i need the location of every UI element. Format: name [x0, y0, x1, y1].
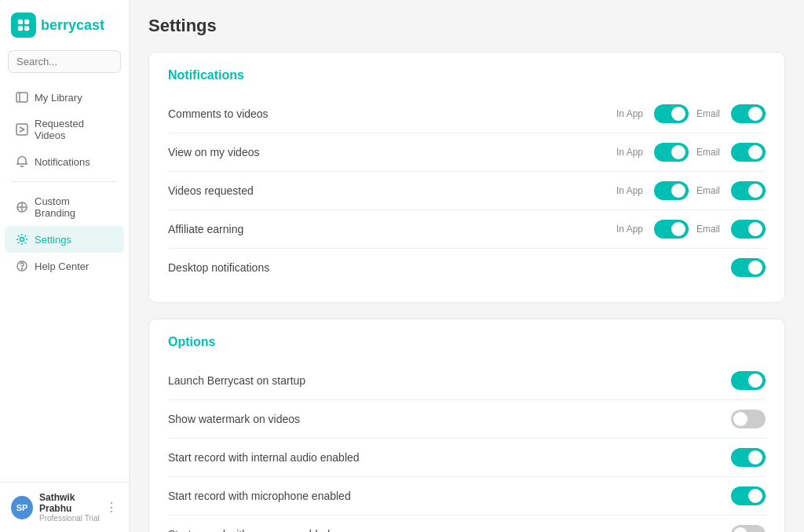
library-icon: [16, 91, 28, 104]
setting-row-launch: Launch Berrycast on startup ✓: [168, 362, 766, 400]
sidebar-item-notifications[interactable]: Notifications: [5, 148, 124, 175]
svg-rect-1: [24, 20, 29, 24]
sidebar-item-label: Notifications: [35, 156, 90, 168]
branding-icon: [16, 201, 28, 213]
in-app-toggle-view[interactable]: ✓: [654, 143, 689, 162]
setting-row-videos-requested: Videos requested In App ✓ Email ✓: [168, 172, 766, 210]
more-button[interactable]: ⋮: [105, 500, 118, 515]
sidebar-item-label: Help Center: [35, 261, 89, 272]
in-app-toggle-comments[interactable]: ✓: [654, 104, 689, 123]
email-toggle-view[interactable]: ✓: [731, 143, 766, 162]
help-icon: [16, 260, 28, 272]
sidebar-nav: My Library Requested Videos Notification…: [0, 81, 129, 482]
in-app-label: In App: [616, 108, 643, 119]
email-label: Email: [696, 185, 720, 196]
svg-rect-2: [18, 26, 23, 31]
logo-icon: [11, 13, 36, 38]
setting-label: Comments to videos: [168, 107, 616, 120]
toggle-group: In App ✓ Email ✓: [616, 104, 766, 123]
sidebar-item-label: My Library: [35, 92, 82, 104]
toggle-microphone[interactable]: ✓: [731, 486, 766, 505]
main-content: Settings Notifications Comments to video…: [130, 0, 804, 532]
toggle-group: In App ✓ Email ✓: [616, 143, 766, 162]
sidebar-item-custom-branding[interactable]: Custom Branding: [5, 188, 124, 226]
user-details: Sathwik Prabhu Professional Trial: [39, 492, 105, 523]
svg-rect-3: [24, 26, 29, 31]
setting-row-view: View on my videos In App ✓ Email ✓: [168, 133, 766, 172]
setting-label: Start record with internal audio enabled: [168, 451, 731, 464]
email-label: Email: [696, 147, 720, 158]
avatar: SP: [11, 496, 33, 519]
sidebar-footer: SP Sathwik Prabhu Professional Trial ⋮: [0, 482, 129, 532]
setting-label: Videos requested: [168, 184, 616, 197]
search-input[interactable]: [8, 50, 121, 73]
toggle-launch[interactable]: ✓: [731, 371, 766, 390]
toggle-camera[interactable]: ✓: [731, 525, 766, 532]
setting-label: Desktop notifications: [168, 261, 731, 274]
sidebar-item-my-library[interactable]: My Library: [5, 84, 124, 111]
svg-point-14: [22, 268, 23, 269]
toggle-group: ✓: [731, 258, 766, 277]
svg-rect-0: [18, 20, 23, 24]
setting-label: Start record with camera enabled: [168, 528, 731, 532]
in-app-toggle-videos-requested[interactable]: ✓: [654, 181, 689, 200]
setting-row-camera: Start record with camera enabled ✓: [168, 516, 766, 532]
settings-icon: [16, 233, 28, 246]
svg-rect-6: [16, 124, 27, 135]
user-role: Professional Trial: [39, 514, 105, 523]
page-title: Settings: [148, 16, 785, 36]
setting-row-internal-audio: Start record with internal audio enabled…: [168, 439, 766, 477]
sidebar-divider: [11, 181, 118, 182]
sidebar-item-label: Requested Videos: [35, 118, 113, 141]
sidebar-item-label: Settings: [35, 234, 71, 246]
setting-label: View on my videos: [168, 146, 616, 159]
logo: berrycast: [0, 0, 129, 50]
email-toggle-comments[interactable]: ✓: [731, 104, 766, 123]
setting-label: Launch Berrycast on startup: [168, 374, 731, 387]
bell-icon: [16, 155, 28, 168]
setting-label: Start record with microphone enabled: [168, 490, 731, 502]
setting-row-comments: Comments to videos In App ✓ Email ✓: [168, 95, 766, 133]
svg-rect-4: [16, 93, 27, 102]
email-toggle-affiliate[interactable]: ✓: [731, 220, 766, 239]
setting-row-desktop-notifications: Desktop notifications ✓: [168, 249, 766, 286]
setting-label: Affiliate earning: [168, 223, 616, 235]
notifications-card: Notifications Comments to videos In App …: [148, 52, 785, 303]
in-app-label: In App: [616, 147, 643, 158]
email-label: Email: [696, 108, 720, 119]
options-card: Options Launch Berrycast on startup ✓ Sh…: [148, 319, 785, 532]
options-title: Options: [168, 335, 766, 349]
requested-icon: [16, 123, 28, 136]
setting-label: Show watermark on videos: [168, 413, 731, 425]
setting-row-affiliate: Affiliate earning In App ✓ Email ✓: [168, 210, 766, 249]
setting-row-watermark: Show watermark on videos ✓: [168, 400, 766, 439]
toggle-internal-audio[interactable]: ✓: [731, 448, 766, 467]
email-toggle-videos-requested[interactable]: ✓: [731, 181, 766, 200]
toggle-watermark[interactable]: ✓: [731, 410, 766, 428]
email-label: Email: [696, 224, 720, 235]
in-app-label: In App: [616, 224, 643, 235]
svg-point-12: [20, 238, 24, 242]
logo-text: berrycast: [41, 17, 104, 34]
toggle-desktop-notifications[interactable]: ✓: [731, 258, 766, 277]
toggle-group: In App ✓ Email ✓: [616, 181, 766, 200]
in-app-toggle-affiliate[interactable]: ✓: [654, 220, 689, 239]
notifications-title: Notifications: [168, 68, 766, 82]
sidebar-item-requested-videos[interactable]: Requested Videos: [5, 111, 124, 148]
sidebar-item-label: Custom Branding: [35, 195, 113, 219]
in-app-label: In App: [616, 185, 643, 196]
svg-line-7: [20, 127, 24, 129]
sidebar-item-settings[interactable]: Settings: [5, 226, 124, 253]
setting-row-microphone: Start record with microphone enabled ✓: [168, 477, 766, 516]
user-info: SP Sathwik Prabhu Professional Trial: [11, 492, 105, 523]
svg-line-8: [20, 129, 24, 132]
sidebar-item-help-center[interactable]: Help Center: [5, 253, 124, 279]
toggle-group: In App ✓ Email ✓: [616, 220, 766, 239]
sidebar: berrycast My Library Requested Videos: [0, 0, 130, 532]
user-name: Sathwik Prabhu: [39, 492, 105, 514]
